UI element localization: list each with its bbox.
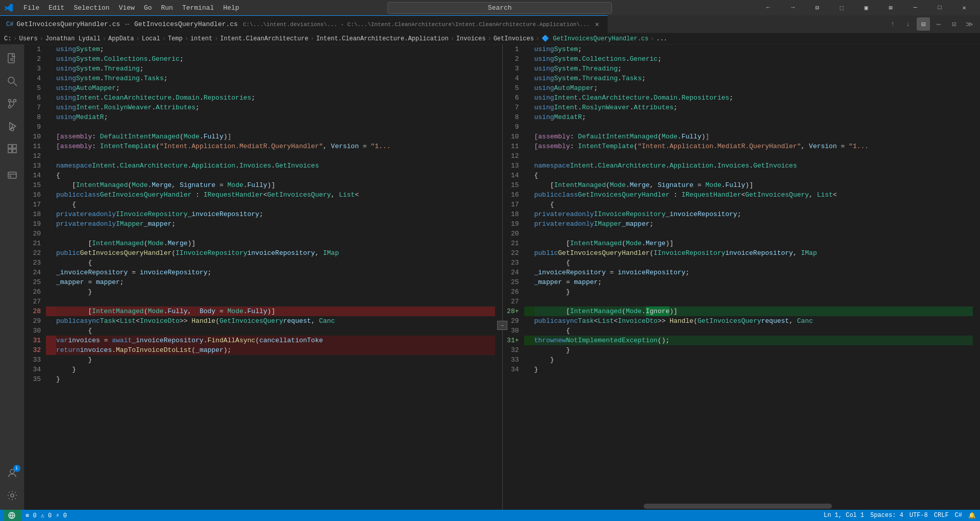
more-actions-button[interactable]: ⋯	[932, 17, 945, 31]
line-num-23: 23	[28, 258, 41, 268]
breadcrumb-file[interactable]: 🔷 GetInvoicesQueryHandler.cs	[542, 35, 648, 42]
encoding[interactable]: UTF-8	[910, 512, 928, 519]
rcode-l31: throw new NotImplementedException();	[534, 336, 975, 345]
search-bar[interactable]: Search	[387, 2, 612, 14]
files-icon[interactable]	[2, 49, 22, 69]
svg-point-5	[8, 100, 11, 102]
line-num-25: 25	[28, 277, 41, 287]
menu-view[interactable]: View	[115, 3, 139, 13]
line-ending[interactable]: CRLF	[934, 512, 949, 519]
code-l17: {	[56, 200, 497, 209]
breadcrumb-appdata[interactable]: AppData	[108, 35, 134, 42]
breadcrumb-users[interactable]: Users	[19, 35, 38, 42]
code-l24: _invoiceRepository = invoiceRepository;	[56, 268, 497, 277]
left-code-container[interactable]: 1 2 3 4 5 6 7 8 9 10 11 12 13 14	[24, 44, 502, 510]
gutter-l16	[46, 190, 56, 200]
menu-run[interactable]: Run	[157, 3, 177, 13]
run-debug-icon[interactable]	[2, 116, 22, 136]
breadcrumb-intent-ca-app[interactable]: Intent.CleanArchitecture.Application	[316, 35, 448, 42]
main-layout: 1 1 2 3 4 5 6	[0, 44, 980, 510]
menu-go[interactable]: Go	[140, 3, 156, 13]
menu-selection[interactable]: Selection	[69, 3, 113, 13]
breadcrumb-invoices[interactable]: Invoices	[456, 35, 486, 42]
line-num-4: 4	[28, 74, 41, 83]
settings-icon[interactable]	[2, 485, 22, 506]
indentation[interactable]: Spaces: 4	[870, 512, 903, 519]
code-l10: [assembly: DefaultIntentManaged(Mode.Ful…	[56, 132, 497, 141]
tab-close-button[interactable]: ✕	[593, 20, 601, 29]
code-l21: [IntentManaged(Mode.Merge)]	[56, 239, 497, 248]
rline-num-12: 12	[506, 151, 519, 161]
previous-change-button[interactable]: ↑	[886, 17, 899, 31]
minimize-button[interactable]: ─	[903, 0, 927, 15]
account-icon[interactable]: 1	[2, 463, 22, 483]
rcode-l15: [IntentManaged(Mode.Merge, Signature = M…	[534, 180, 975, 190]
rcode-l27	[534, 297, 975, 306]
gutter-l1	[46, 44, 56, 54]
breadcrumb-get-invoices[interactable]: GetInvoices	[494, 35, 534, 42]
rline-num-27: 27	[506, 297, 519, 306]
rcode-l22: public GetInvoicesQueryHandler(IInvoiceR…	[534, 248, 975, 258]
warnings-indicator[interactable]: ⚠ 0	[41, 512, 52, 519]
menu-edit[interactable]: Edit	[44, 3, 68, 13]
right-code-container[interactable]: 1 2 3 4 5 6 7 8 9 10 11 12 13 14	[503, 44, 981, 510]
diff-arrow-button[interactable]: →	[497, 321, 507, 330]
active-tab[interactable]: C# GetInvoicesQueryHandler.cs ↔ GetInvoi…	[0, 15, 608, 33]
remote-indicator[interactable]	[4, 510, 21, 521]
gutter-l20	[46, 229, 56, 239]
breadcrumb-intent[interactable]: intent	[190, 35, 212, 42]
toggle-inline-view-button[interactable]: ⊟	[917, 17, 930, 31]
source-control-icon[interactable]	[2, 93, 22, 114]
ports-indicator[interactable]: ⚡ 0	[56, 512, 67, 519]
nav-back-button[interactable]: ←	[756, 0, 780, 15]
breadcrumb-ellipsis[interactable]: ...	[656, 35, 668, 42]
layout-button[interactable]: ⊞	[879, 0, 902, 15]
code-l25: _mapper = mapper;	[56, 277, 497, 287]
tab-label-1: GetInvoicesQueryHandler.cs	[16, 20, 120, 28]
rgutter-11	[524, 141, 534, 151]
menu-file[interactable]: File	[19, 3, 43, 13]
split-editor-button[interactable]: ⊟	[805, 0, 829, 15]
rgutter-12	[524, 151, 534, 161]
rline-num-23: 23	[506, 258, 519, 268]
breadcrumb-user[interactable]: Jonathan Lydall	[45, 35, 101, 42]
overflow-button[interactable]: ≫	[963, 17, 976, 31]
notification-icon[interactable]: 🔔	[968, 512, 976, 519]
search-bar-wrapper: 🔍 Search	[387, 2, 612, 14]
bottom-scrollbar[interactable]	[503, 503, 973, 510]
gutter-l11	[46, 141, 56, 151]
breadcrumb-drive[interactable]: C:	[4, 35, 11, 42]
rline-num-29: 29	[506, 316, 519, 326]
cursor-position[interactable]: Ln 1, Col 1	[824, 512, 864, 519]
rline-num-30: 30	[506, 326, 519, 336]
gutter-l13	[46, 161, 56, 171]
language-mode[interactable]: C#	[955, 512, 962, 519]
breadcrumb-local[interactable]: Local	[142, 35, 160, 42]
bottom-scrollbar-thumb	[644, 504, 832, 509]
next-change-button[interactable]: ↓	[901, 17, 915, 31]
breadcrumb-intent-ca[interactable]: Intent.CleanArchitecture	[220, 35, 308, 42]
line-num-26: 26	[28, 287, 41, 297]
menu-bar: File Edit Selection View Go Run Terminal…	[19, 3, 243, 13]
errors-indicator[interactable]: ⊗ 0	[26, 512, 37, 519]
breadcrumb-temp[interactable]: Temp	[168, 35, 183, 42]
menu-terminal[interactable]: Terminal	[178, 3, 218, 13]
split-editor-right-button[interactable]: ⊡	[947, 17, 961, 31]
rcode-l5: using AutoMapper;	[534, 83, 975, 93]
extensions-icon[interactable]	[2, 138, 22, 159]
close-button[interactable]: ✕	[952, 0, 976, 15]
gutter-l32-del	[46, 345, 56, 355]
left-pane-scrollbar[interactable]	[495, 44, 502, 510]
toggle-sidebar-button[interactable]: ▣	[854, 0, 878, 15]
remote-icon[interactable]	[2, 165, 22, 185]
right-pane-scrollbar[interactable]	[973, 44, 980, 510]
code-l6: using Intent.CleanArchitecture.Domain.Re…	[56, 93, 497, 103]
menu-help[interactable]: Help	[219, 3, 243, 13]
toggle-panel-button[interactable]: ⬚	[830, 0, 853, 15]
search-activity-icon[interactable]	[2, 71, 22, 91]
nav-forward-button[interactable]: →	[781, 0, 804, 15]
svg-rect-13	[8, 149, 12, 153]
maximize-button[interactable]: □	[928, 0, 951, 15]
code-l31: var invoices = await _invoiceRepository.…	[56, 336, 497, 345]
rcode-l13: namespace Intent.CleanArchitecture.Appli…	[534, 161, 975, 171]
